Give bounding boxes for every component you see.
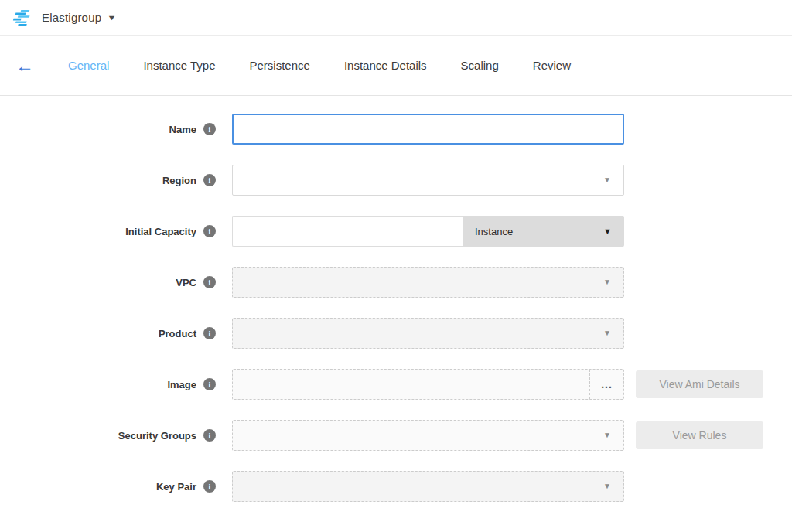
chevron-down-icon: ▼ — [603, 482, 611, 490]
tab-scaling[interactable]: Scaling — [461, 59, 499, 72]
security-groups-label: Security Groups — [118, 430, 196, 442]
key-pair-label: Key Pair — [156, 481, 196, 493]
tab-review[interactable]: Review — [533, 59, 571, 72]
image-input: ... — [232, 369, 624, 400]
app-title[interactable]: Elastigroup — [42, 11, 101, 24]
capacity-unit-value: Instance — [475, 226, 513, 237]
region-label: Region — [162, 175, 196, 186]
capacity-unit-select[interactable]: Instance ▼ — [463, 216, 624, 247]
form-row-initial-capacity: Initial Capacity i Instance ▼ — [0, 216, 792, 247]
form-row-security-groups: Security Groups i ▼ View Rules — [0, 420, 792, 451]
info-icon[interactable]: i — [203, 225, 216, 237]
info-icon[interactable]: i — [203, 123, 216, 135]
wizard-tabs: General Instance Type Persistence Instan… — [68, 59, 605, 72]
name-input[interactable] — [232, 114, 624, 145]
back-button[interactable]: ← — [15, 56, 39, 75]
view-ami-details-button[interactable]: View Ami Details — [636, 370, 763, 398]
name-label: Name — [169, 124, 196, 135]
elastigroup-logo-icon — [12, 8, 32, 28]
chevron-down-icon: ▼ — [603, 176, 611, 184]
info-icon[interactable]: i — [203, 378, 216, 390]
app-header: Elastigroup ▼ — [0, 0, 792, 36]
form-row-region: Region i ▼ — [0, 165, 792, 196]
form-row-key-pair: Key Pair i ▼ — [0, 471, 792, 502]
info-icon[interactable]: i — [203, 327, 216, 339]
info-icon[interactable]: i — [203, 276, 216, 288]
form-row-image: Image i ... View Ami Details — [0, 369, 792, 400]
tab-instance-type[interactable]: Instance Type — [143, 59, 215, 72]
info-icon[interactable]: i — [203, 480, 216, 493]
tab-persistence[interactable]: Persistence — [250, 59, 310, 72]
form-row-name: Name i — [0, 114, 792, 145]
general-form: Name i Region i ▼ Initial Capacity i — [0, 96, 792, 502]
vpc-select: ▼ — [232, 267, 624, 298]
form-row-product: Product i ▼ — [0, 318, 792, 349]
tab-instance-details[interactable]: Instance Details — [344, 59, 427, 72]
product-select: ▼ — [232, 318, 624, 349]
product-label: Product — [159, 328, 196, 339]
chevron-down-icon: ▼ — [603, 278, 611, 286]
initial-capacity-input[interactable] — [232, 216, 463, 247]
key-pair-select: ▼ — [232, 471, 624, 502]
security-groups-select: ▼ — [232, 420, 624, 451]
vpc-label: VPC — [176, 277, 196, 288]
tab-general[interactable]: General — [68, 59, 109, 72]
view-rules-button[interactable]: View Rules — [636, 421, 763, 449]
chevron-down-icon: ▼ — [603, 227, 612, 236]
image-browse-button[interactable]: ... — [589, 370, 623, 399]
info-icon[interactable]: i — [203, 429, 216, 442]
info-icon[interactable]: i — [203, 174, 216, 186]
wizard-tabbar: ← General Instance Type Persistence Inst… — [0, 36, 792, 96]
chevron-down-icon: ▼ — [603, 329, 611, 337]
form-row-vpc: VPC i ▼ — [0, 267, 792, 298]
chevron-down-icon: ▼ — [603, 431, 611, 439]
initial-capacity-label: Initial Capacity — [125, 226, 196, 237]
image-label: Image — [167, 379, 196, 390]
region-select[interactable]: ▼ — [232, 165, 624, 196]
app-menu-caret-icon[interactable]: ▼ — [107, 14, 116, 22]
